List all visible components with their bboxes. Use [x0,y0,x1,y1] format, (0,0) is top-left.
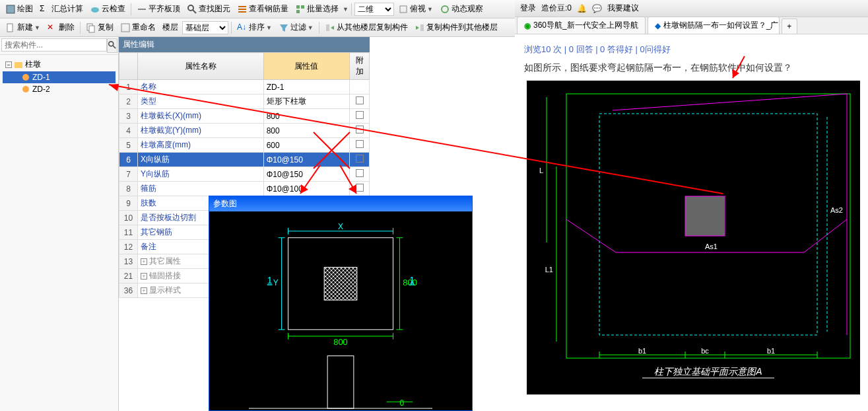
prop-value-cell[interactable]: ZD-1 [263,80,349,94]
svg-line-20 [113,45,116,48]
prop-row[interactable]: 5柱墩高度(mm)600 [119,138,370,153]
svg-rect-55 [685,196,725,236]
prop-value-cell[interactable]: 矩形下柱墩 [263,94,349,109]
prop-name-cell[interactable]: 类型 [138,94,264,109]
prop-value-cell[interactable]: 800 [263,124,349,138]
tb-copy-to[interactable]: 复制构件到其他楼层 [412,20,500,34]
prop-check-cell[interactable] [350,109,370,124]
tb-topview[interactable]: 俯视▼ [395,2,436,16]
prop-value-cell[interactable]: Φ10@150 [263,153,349,167]
tb-summary[interactable]: Σ汇总计算 [37,2,86,16]
prop-check-cell[interactable] [350,80,370,94]
tb-floor[interactable]: 楼层 [160,20,181,34]
rebar-icon [237,4,248,15]
tb-rename[interactable]: 重命名 [117,20,158,34]
tree-root[interactable]: − 柱墩 [3,57,116,71]
checkbox-icon[interactable] [356,169,364,177]
svg-rect-18 [420,24,424,31]
tb-copy-from[interactable]: 从其他楼层复制构件 [322,20,411,34]
tb-cloud[interactable]: 云检查 [87,2,128,16]
view-mode-combo[interactable]: 二维 [354,3,394,16]
prop-value-cell[interactable]: 800 [263,109,349,124]
svg-text:As2: As2 [830,206,843,214]
prop-row[interactable]: 7Y向纵筋Φ10@150 [119,167,370,182]
prop-name-cell[interactable]: 柱墩截宽(Y)(mm) [138,124,264,138]
browser-tabs: ◉ 360导航_新一代安全上网导航 ◆ 柱墩钢筋隔一布一如何设置？_广 × + [515,17,868,34]
chevron-down-icon[interactable]: ▼ [343,6,349,13]
tab-question[interactable]: ◆ 柱墩钢筋隔一布一如何设置？_广 × [648,17,780,34]
component-icon [21,73,30,82]
tab-360[interactable]: ◉ 360导航_新一代安全上网导航 [517,17,646,34]
search-button[interactable] [107,38,117,53]
tb-delete[interactable]: ✕删除 [44,20,77,34]
prop-name-cell[interactable]: 柱墩高度(mm) [138,138,264,153]
prop-check-cell[interactable] [350,153,370,167]
checkbox-icon[interactable] [356,126,364,133]
topview-icon [398,4,409,15]
prop-name-cell[interactable]: 名称 [138,80,264,94]
tb-batch[interactable]: 批量选择 [292,2,341,16]
prop-value-cell[interactable]: 600 [263,138,349,153]
floor-combo[interactable]: 基础层 [182,21,228,34]
prop-check-cell[interactable] [350,167,370,182]
tb-filter[interactable]: 过滤▼ [276,20,316,34]
minus-icon[interactable]: − [5,61,12,68]
tb-rebar[interactable]: 查看钢筋量 [234,2,291,16]
plus-icon[interactable]: + [141,273,147,280]
tb-copy[interactable]: 复制 [83,20,116,34]
login-link[interactable]: 登录 [520,3,536,14]
row-number: 10 [119,211,138,225]
checkbox-icon[interactable] [356,184,364,192]
svg-rect-16 [121,24,129,32]
checkbox-icon[interactable] [356,111,364,119]
browser-header: 登录 造价豆:0 🔔 💬 我要建议 [515,0,868,17]
prop-row[interactable]: 1名称ZD-1 [119,80,370,94]
sort-icon: A↓ [237,22,248,33]
tb-new[interactable]: 新建▼ [3,20,43,34]
plus-icon[interactable]: + [141,287,147,294]
tb-find[interactable]: 查找图元 [184,2,233,16]
prop-check-cell[interactable] [350,124,370,138]
prop-row[interactable]: 4柱墩截宽(Y)(mm)800 [119,124,370,138]
tb-sort[interactable]: A↓排序▼ [234,20,275,34]
prop-check-cell[interactable] [350,182,370,196]
draw-icon [5,4,16,15]
prop-check-cell[interactable] [350,94,370,109]
tb-draw[interactable]: 绘图 [3,2,36,16]
search-input[interactable] [1,38,107,52]
svg-rect-8 [296,5,300,9]
prop-value-cell[interactable]: Φ10@150 [263,167,349,182]
tree-item-zd2[interactable]: ZD-2 [3,83,116,95]
checkbox-icon[interactable] [356,155,364,163]
prop-value-cell[interactable]: Φ10@100 [263,182,349,196]
svg-rect-9 [301,5,304,9]
prop-row[interactable]: 6X向纵筋Φ10@150 [119,153,370,167]
suggest-link[interactable]: 我要建议 [607,3,639,14]
svg-point-23 [22,86,29,93]
bell-icon[interactable]: 🔔 [577,4,587,13]
speech-icon[interactable]: 💬 [592,4,602,13]
rename-icon [120,22,131,33]
prop-name-cell[interactable]: 箍筋 [138,182,264,196]
cad-drawing: L L1 As2 As1 b1 bc b1 柱下独立基础平面示意图A [527,81,860,394]
prop-name-cell[interactable]: 柱墩截长(X)(mm) [138,109,264,124]
checkbox-icon[interactable] [356,96,364,104]
checkbox-icon[interactable] [356,140,364,148]
prop-name-cell[interactable]: X向纵筋 [138,153,264,167]
svg-text:X: X [338,222,343,231]
prop-row[interactable]: 8箍筋Φ10@100 [119,182,370,196]
svg-point-3 [188,5,193,11]
svg-rect-13 [7,24,13,32]
prop-name-cell[interactable]: Y向纵筋 [138,167,264,182]
tb-orbit[interactable]: 动态观察 [437,2,486,16]
svg-text:柱下独立基础平面示意图A: 柱下独立基础平面示意图A [654,366,762,377]
row-number: 36 [119,283,138,298]
prop-row[interactable]: 3柱墩截长(X)(mm)800 [119,109,370,124]
prop-check-cell[interactable] [350,138,370,153]
prop-row[interactable]: 2类型矩形下柱墩 [119,94,370,109]
tb-align[interactable]: 平齐板顶 [134,2,183,16]
tree-item-zd1[interactable]: ZD-1 [3,71,116,83]
plus-icon[interactable]: + [141,258,147,265]
svg-text:L: L [539,167,543,174]
tab-new[interactable]: + [782,19,797,34]
